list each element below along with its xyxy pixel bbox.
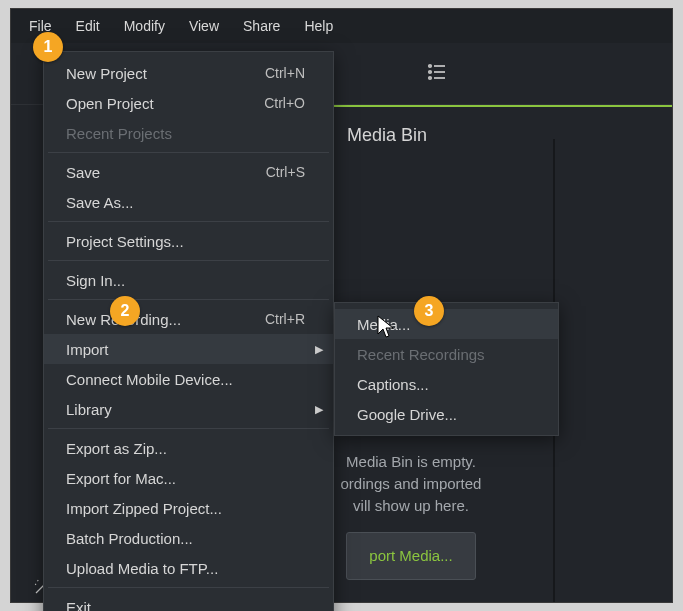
new-project-label: New Project (66, 65, 147, 82)
new-recording-shortcut: Ctrl+R (265, 311, 311, 327)
submenu-google-drive[interactable]: Google Drive... (335, 399, 558, 429)
sign-in-label: Sign In... (66, 272, 125, 289)
svg-point-6 (429, 76, 431, 78)
svg-point-5 (429, 70, 431, 72)
export-mac-label: Export for Mac... (66, 470, 176, 487)
new-project-shortcut: Ctrl+N (265, 65, 311, 81)
import-label: Import (66, 341, 109, 358)
upload-ftp-label: Upload Media to FTP... (66, 560, 218, 577)
menu-share[interactable]: Share (231, 12, 292, 40)
batch-production-label: Batch Production... (66, 530, 193, 547)
import-zipped-label: Import Zipped Project... (66, 500, 222, 517)
menu-recent-projects: Recent Projects (44, 118, 333, 148)
open-project-label: Open Project (66, 95, 154, 112)
menu-open-project[interactable]: Open Project Ctrl+O (44, 88, 333, 118)
exit-label: Exit (66, 599, 91, 612)
submenu-captions-label: Captions... (357, 376, 429, 393)
svg-point-4 (429, 64, 431, 66)
mouse-cursor-icon (376, 314, 396, 340)
menu-view[interactable]: View (177, 12, 231, 40)
menu-new-recording[interactable]: New Recording... Ctrl+R (44, 304, 333, 334)
menu-exit[interactable]: Exit (44, 592, 333, 611)
callout-marker-3: 3 (414, 296, 444, 326)
menubar: File Edit Modify View Share Help (11, 9, 672, 43)
menu-save[interactable]: Save Ctrl+S (44, 157, 333, 187)
submenu-arrow-icon: ▶ (315, 343, 323, 356)
media-bin-empty-state: Media Bin is empty. ordings and imported… (301, 451, 521, 580)
menu-new-project[interactable]: New Project Ctrl+N (44, 58, 333, 88)
submenu-google-drive-label: Google Drive... (357, 406, 457, 423)
tab-library[interactable] (425, 60, 449, 88)
callout-marker-1: 1 (33, 32, 63, 62)
submenu-arrow-icon: ▶ (315, 403, 323, 416)
export-zip-label: Export as Zip... (66, 440, 167, 457)
file-dropdown: New Project Ctrl+N Open Project Ctrl+O R… (43, 51, 334, 611)
app-window: File Edit Modify View Share Help (10, 8, 673, 603)
menu-separator (48, 152, 329, 153)
menu-separator (48, 260, 329, 261)
save-label: Save (66, 164, 100, 181)
recent-projects-label: Recent Projects (66, 125, 172, 142)
menu-separator (48, 428, 329, 429)
import-media-button[interactable]: port Media... (346, 532, 475, 580)
empty-text-line2: ordings and imported (301, 473, 521, 495)
menu-sign-in[interactable]: Sign In... (44, 265, 333, 295)
library-label: Library (66, 401, 112, 418)
menu-help[interactable]: Help (292, 12, 345, 40)
menu-separator (48, 587, 329, 588)
import-submenu: Media... Recent Recordings Captions... G… (334, 302, 559, 436)
menu-upload-ftp[interactable]: Upload Media to FTP... (44, 553, 333, 583)
menu-edit[interactable]: Edit (64, 12, 112, 40)
callout-marker-2: 2 (110, 296, 140, 326)
menu-save-as[interactable]: Save As... (44, 187, 333, 217)
menu-project-settings[interactable]: Project Settings... (44, 226, 333, 256)
menu-library[interactable]: Library ▶ (44, 394, 333, 424)
open-project-shortcut: Ctrl+O (264, 95, 311, 111)
media-bin-title: Media Bin (347, 125, 427, 146)
project-settings-label: Project Settings... (66, 233, 184, 250)
empty-text-line1: Media Bin is empty. (301, 451, 521, 473)
menu-batch-production[interactable]: Batch Production... (44, 523, 333, 553)
menu-modify[interactable]: Modify (112, 12, 177, 40)
menu-import-zipped[interactable]: Import Zipped Project... (44, 493, 333, 523)
menu-connect-mobile[interactable]: Connect Mobile Device... (44, 364, 333, 394)
save-as-label: Save As... (66, 194, 134, 211)
menu-separator (48, 299, 329, 300)
empty-text-line3: vill show up here. (301, 495, 521, 517)
submenu-recent-recordings-label: Recent Recordings (357, 346, 485, 363)
menu-separator (48, 221, 329, 222)
connect-mobile-label: Connect Mobile Device... (66, 371, 233, 388)
list-icon (425, 60, 449, 84)
submenu-media[interactable]: Media... (335, 309, 558, 339)
menu-export-mac[interactable]: Export for Mac... (44, 463, 333, 493)
submenu-recent-recordings: Recent Recordings (335, 339, 558, 369)
menu-export-zip[interactable]: Export as Zip... (44, 433, 333, 463)
menu-import[interactable]: Import ▶ (44, 334, 333, 364)
submenu-captions[interactable]: Captions... (335, 369, 558, 399)
save-shortcut: Ctrl+S (266, 164, 311, 180)
